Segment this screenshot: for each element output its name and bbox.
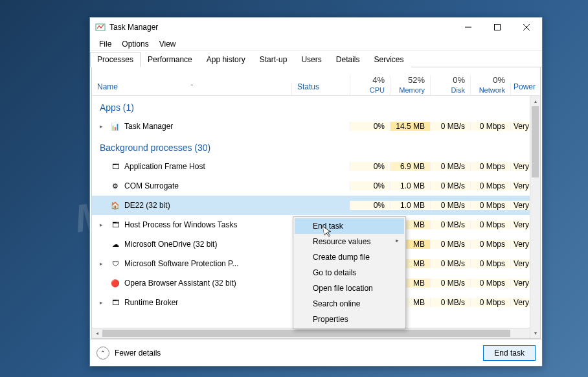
process-name: Host Process for Windows Tasks xyxy=(124,220,238,229)
disk-label: Disk xyxy=(431,86,465,94)
close-button[interactable] xyxy=(512,18,541,36)
process-row[interactable]: ▸🏠DE22 (32 bit)0%1.0 MB0 MB/s0 MbpsVery xyxy=(92,196,540,215)
col-network[interactable]: 0% Network xyxy=(470,75,510,95)
ctx-search-online[interactable]: Search online xyxy=(295,296,404,312)
group-apps: Apps (1) xyxy=(92,96,540,117)
process-name-cell: ▸⚙COM Surrogate xyxy=(92,181,291,191)
network-cell: 0 Mbps xyxy=(470,181,510,190)
disk-cell: 0 MB/s xyxy=(430,279,470,288)
cpu-label: CPU xyxy=(350,86,385,94)
footer: ⌃ Fewer details End task xyxy=(90,339,542,366)
memory-cell: 14.5 MB xyxy=(390,122,430,131)
process-name-cell: ▸📊Task Manager xyxy=(92,121,291,131)
process-name: COM Surrogate xyxy=(124,181,179,190)
network-label: Network xyxy=(471,86,505,94)
process-name-cell: ▸🗔Runtime Broker xyxy=(92,297,291,308)
group-background: Background processes (30) xyxy=(92,136,540,157)
ctx-create-dump-file[interactable]: Create dump file xyxy=(295,249,404,265)
titlebar[interactable]: Task Manager xyxy=(90,17,542,37)
fewer-details-link[interactable]: Fewer details xyxy=(115,348,161,358)
tabstrip: Processes Performance App history Start-… xyxy=(90,51,542,67)
app-frame-icon: 🗔 xyxy=(110,161,120,172)
network-cell: 0 Mbps xyxy=(470,279,510,288)
scroll-left-icon[interactable]: ◂ xyxy=(92,328,102,338)
col-name[interactable]: ⌃ Name xyxy=(92,82,291,95)
ctx-go-to-details[interactable]: Go to details xyxy=(295,265,404,280)
expand-chevron-icon[interactable]: ▸ xyxy=(100,260,106,267)
network-cell: 0 Mbps xyxy=(470,259,510,268)
memory-pct: 52% xyxy=(390,75,425,85)
host-process-icon: 🗔 xyxy=(110,220,120,230)
menu-view[interactable]: View xyxy=(154,38,181,50)
horizontal-scrollbar[interactable]: ◂ ▸ xyxy=(92,328,540,338)
process-row[interactable]: ▸⚙COM Surrogate0%1.0 MB0 MB/s0 MbpsVery xyxy=(92,176,540,196)
process-name-cell: ▸🔴Opera Browser Assistant (32 bit) xyxy=(92,278,291,288)
menu-options[interactable]: Options xyxy=(117,38,153,50)
tab-users[interactable]: Users xyxy=(294,52,328,67)
de22-icon: 🏠 xyxy=(110,200,120,211)
network-pct: 0% xyxy=(471,75,505,85)
column-headers: ⌃ Name Status 4% CPU 52% Memory 0% Disk … xyxy=(92,67,540,96)
network-cell: 0 Mbps xyxy=(470,240,510,249)
process-name: DE22 (32 bit) xyxy=(124,201,170,210)
cpu-cell: 0% xyxy=(350,162,390,171)
process-name: Microsoft Software Protection P... xyxy=(124,259,239,268)
network-cell: 0 Mbps xyxy=(470,201,510,210)
disk-cell: 0 MB/s xyxy=(430,122,470,131)
ctx-open-file-location[interactable]: Open file location xyxy=(295,280,404,296)
tab-startup[interactable]: Start-up xyxy=(253,52,295,67)
opera-icon: 🔴 xyxy=(110,278,120,288)
memory-cell: 1.0 MB xyxy=(390,181,430,190)
maximize-button[interactable] xyxy=(482,18,512,36)
disk-cell: 0 MB/s xyxy=(430,298,470,307)
process-name-cell: ▸🏠DE22 (32 bit) xyxy=(92,200,291,211)
process-name: Application Frame Host xyxy=(124,162,205,171)
cpu-cell: 0% xyxy=(350,201,390,210)
disk-cell: 0 MB/s xyxy=(430,259,470,268)
menubar: File Options View xyxy=(90,37,542,51)
tab-services[interactable]: Services xyxy=(367,52,411,67)
expand-chevron-icon[interactable]: ▸ xyxy=(100,299,106,306)
disk-cell: 0 MB/s xyxy=(430,220,470,229)
menu-file[interactable]: File xyxy=(94,38,117,50)
v-scroll-thumb[interactable] xyxy=(532,106,539,177)
ctx-resource-values[interactable]: Resource values xyxy=(295,234,404,249)
minimize-button[interactable] xyxy=(453,18,482,36)
col-status[interactable]: Status xyxy=(291,82,350,95)
scroll-down-icon[interactable]: ▾ xyxy=(530,328,540,338)
col-disk[interactable]: 0% Disk xyxy=(430,75,470,95)
task-manager-icon: 📊 xyxy=(110,121,120,131)
process-row[interactable]: ▸🗔Application Frame Host0%6.9 MB0 MB/s0 … xyxy=(92,157,540,176)
col-name-label: Name xyxy=(97,82,118,91)
col-memory[interactable]: 52% Memory xyxy=(390,75,430,95)
tab-performance[interactable]: Performance xyxy=(141,52,199,67)
tab-processes[interactable]: Processes xyxy=(90,52,141,67)
expand-chevron-icon[interactable]: ▸ xyxy=(100,123,106,130)
process-name-cell: ▸🗔Application Frame Host xyxy=(92,161,291,172)
expand-chevron-icon[interactable]: ▸ xyxy=(100,222,106,228)
context-menu: End taskResource valuesCreate dump fileG… xyxy=(293,216,406,329)
process-name: Task Manager xyxy=(124,122,173,131)
ctx-end-task[interactable]: End task xyxy=(295,218,404,234)
vertical-scrollbar[interactable]: ▴ ▾ xyxy=(530,96,540,338)
chevron-up-icon[interactable]: ⌃ xyxy=(96,347,109,360)
cpu-pct: 4% xyxy=(350,75,385,85)
col-cpu[interactable]: 4% CPU xyxy=(350,75,390,95)
process-row[interactable]: ▸📊Task Manager0%14.5 MB0 MB/s0 MbpsVery xyxy=(92,117,540,136)
scroll-up-icon[interactable]: ▴ xyxy=(530,96,540,106)
network-cell: 0 Mbps xyxy=(470,298,510,307)
onedrive-icon: ☁ xyxy=(110,239,120,249)
network-cell: 0 Mbps xyxy=(470,162,510,171)
tab-details[interactable]: Details xyxy=(329,52,367,67)
h-scroll-thumb[interactable] xyxy=(102,330,510,337)
end-task-button[interactable]: End task xyxy=(483,345,536,361)
com-icon: ⚙ xyxy=(110,181,120,191)
ctx-properties[interactable]: Properties xyxy=(295,312,404,327)
process-name: Microsoft OneDrive (32 bit) xyxy=(124,240,217,249)
tab-app-history[interactable]: App history xyxy=(199,52,253,67)
process-name: Runtime Broker xyxy=(124,298,178,307)
memory-cell: 1.0 MB xyxy=(390,201,430,210)
col-power[interactable]: Power xyxy=(510,82,540,95)
window-title: Task Manager xyxy=(109,23,453,32)
disk-cell: 0 MB/s xyxy=(430,162,470,171)
